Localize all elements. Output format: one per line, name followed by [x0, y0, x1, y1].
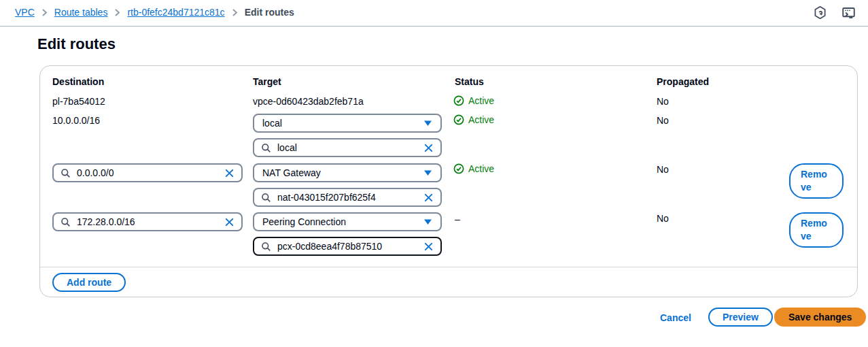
status-label: Active	[468, 163, 494, 174]
target-select-value: Peering Connection	[262, 216, 346, 227]
status-label: Active	[468, 114, 494, 125]
breadcrumb-route-table-id[interactable]: rtb-0fefc24bd7121c81c	[127, 7, 224, 18]
remove-route-button[interactable]: Remove	[789, 212, 844, 248]
target-search-input[interactable]	[277, 192, 417, 203]
propagated-text: No	[657, 164, 669, 175]
target-select[interactable]: Peering Connection	[253, 212, 442, 231]
propagated-text: No	[657, 115, 669, 126]
destination-search	[52, 163, 243, 182]
status-active-icon	[453, 114, 464, 125]
target-select-value: NAT Gateway	[262, 167, 321, 178]
status-active-icon	[453, 163, 464, 174]
status-label: Active	[468, 95, 494, 106]
chevron-right-icon	[231, 8, 239, 17]
destination-search	[52, 212, 243, 231]
breadcrumb: VPC Route tables rtb-0fefc24bd7121c81c E…	[15, 7, 294, 18]
chevron-right-icon	[114, 8, 121, 17]
status-cell: Active	[453, 163, 494, 174]
caret-down-icon	[423, 169, 432, 176]
breadcrumb-route-tables[interactable]: Route tables	[54, 7, 108, 18]
cancel-button[interactable]: Cancel	[660, 312, 691, 323]
clear-icon[interactable]	[224, 217, 235, 227]
target-search	[253, 188, 442, 207]
target-search-input[interactable]	[277, 241, 417, 252]
route-destination-text: pl-7ba54012	[52, 96, 105, 107]
column-header-destination: Destination	[52, 76, 104, 87]
search-icon	[261, 193, 271, 203]
edit-routes-page: VPC Route tables rtb-0fefc24bd7121c81c E…	[0, 0, 868, 347]
breadcrumb-bar: VPC Route tables rtb-0fefc24bd7121c81c E…	[0, 0, 868, 27]
status-active-icon	[453, 95, 464, 106]
target-search-input[interactable]	[277, 142, 417, 153]
breadcrumb-current: Edit routes	[245, 7, 294, 18]
chevron-right-icon	[41, 8, 48, 17]
column-header-status: Status	[455, 76, 484, 87]
route-target-text: vpce-0d60423dab2feb71a	[253, 96, 364, 107]
preview-button[interactable]: Preview	[708, 308, 773, 327]
search-icon	[261, 143, 271, 153]
column-header-target: Target	[253, 76, 281, 87]
destination-input[interactable]	[77, 167, 218, 178]
clear-icon[interactable]	[423, 143, 434, 153]
caret-down-icon	[423, 218, 432, 225]
card-divider	[40, 267, 857, 267]
page-title: Edit routes	[37, 35, 116, 53]
add-route-button[interactable]: Add route	[52, 273, 126, 292]
topbar-icons	[814, 5, 856, 20]
save-changes-button[interactable]: Save changes	[774, 308, 866, 327]
search-icon	[261, 242, 271, 252]
target-select[interactable]: NAT Gateway	[253, 163, 442, 182]
status-label: –	[455, 214, 460, 225]
column-header-propagated: Propagated	[657, 76, 709, 87]
routes-card: Destination Target Status Propagated pl-…	[39, 65, 858, 297]
clear-icon[interactable]	[224, 168, 235, 178]
status-cell: Active	[453, 95, 494, 106]
cloudshell-icon[interactable]	[841, 6, 856, 20]
remove-route-button[interactable]: Remove	[789, 163, 844, 199]
target-search	[253, 237, 442, 256]
clear-icon[interactable]	[423, 242, 434, 252]
target-select[interactable]: local	[253, 114, 442, 133]
target-select-value: local	[262, 118, 282, 129]
route-destination-text: 10.0.0.0/16	[52, 115, 100, 126]
propagated-text: No	[657, 96, 669, 107]
target-search	[253, 138, 442, 157]
caret-down-icon	[423, 120, 432, 127]
status-cell: Active	[453, 114, 494, 125]
search-icon	[60, 168, 71, 178]
search-icon	[60, 217, 71, 227]
breadcrumb-vpc[interactable]: VPC	[15, 7, 35, 18]
amazon-q-icon[interactable]	[814, 5, 827, 20]
propagated-text: No	[657, 213, 669, 224]
clear-icon[interactable]	[423, 193, 434, 203]
destination-input[interactable]	[77, 216, 218, 227]
